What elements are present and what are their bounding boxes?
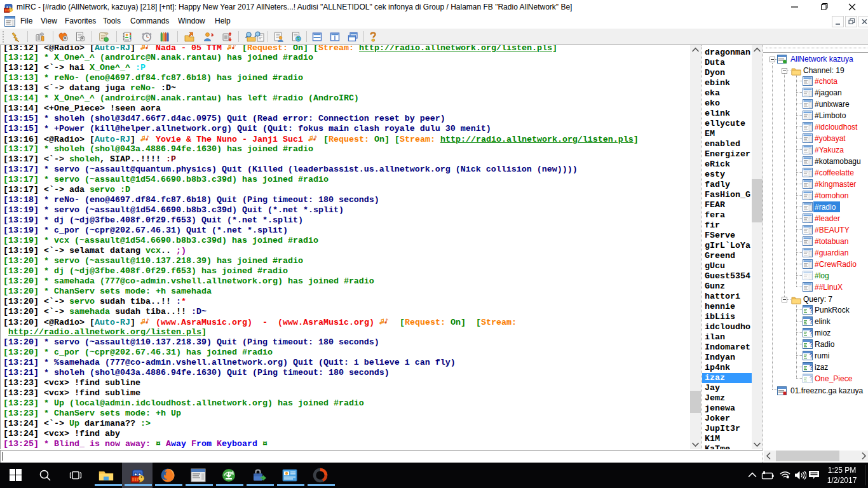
svg-text:?: ? <box>810 318 813 325</box>
svg-text:?: ? <box>810 353 813 360</box>
svg-text:?: ? <box>810 376 813 383</box>
svg-text:?: ? <box>810 341 813 348</box>
svg-text:?: ? <box>810 364 813 371</box>
svg-text:?: ? <box>810 307 813 314</box>
svg-text:?: ? <box>810 330 813 337</box>
